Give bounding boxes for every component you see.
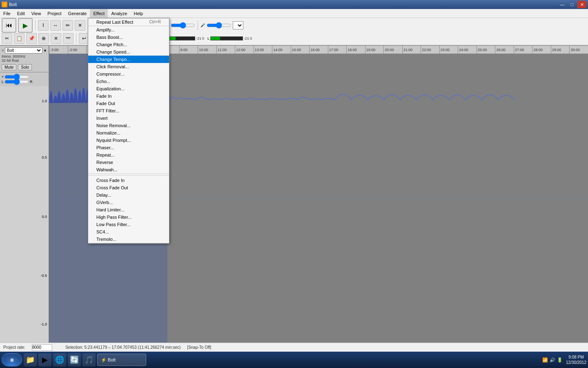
menu-edit[interactable]: Edit [14, 9, 28, 18]
divider5 [76, 34, 76, 43]
project-rate-input[interactable] [32, 344, 52, 351]
menu-change-pitch[interactable]: Change Pitch... [88, 41, 169, 48]
track-mono: Mono, 8000Hz [2, 54, 47, 58]
mark-11: 11:00 [216, 46, 235, 54]
track-header: × Bolt ▼ Mono, 8000Hz 32-bit float Mute … [0, 46, 49, 72]
menu-low-pass-filter[interactable]: Low Pass Filter... [88, 221, 169, 228]
menu-cross-fade-out[interactable]: Cross Fade Out [88, 184, 169, 191]
input-db-0: 0 [202, 36, 204, 40]
menu-repeat[interactable]: Repeat... [88, 151, 169, 159]
clock-time: 9:08 PM [566, 355, 586, 360]
tool2-2[interactable]: 📋 [14, 33, 24, 44]
mark-12: 12:00 [235, 46, 254, 54]
taskbar-app-label: ⚡ Bolt [101, 357, 116, 363]
menu-gverb[interactable]: GVerb... [88, 199, 169, 206]
tool2-trim[interactable]: ⌤ [63, 33, 74, 44]
tool-zoom[interactable]: ✕ [75, 20, 85, 31]
tray-network-icon: 📶 [542, 357, 548, 363]
start-label: ⊞ [10, 358, 13, 362]
menu-change-tempo[interactable]: Change Tempo... [88, 56, 169, 63]
speed-slider[interactable] [171, 23, 195, 28]
device-select[interactable] [233, 21, 243, 29]
taskbar-update-icon[interactable]: 🔄 [68, 353, 81, 366]
mark-25: 25:00 [477, 46, 495, 54]
menu-tremolo[interactable]: Tremolo... [88, 236, 169, 243]
input-db-l: -21 [196, 36, 201, 40]
menu-effect[interactable]: Effect [90, 9, 108, 18]
maximize-button[interactable]: □ [568, 1, 577, 8]
menu-noise-removal[interactable]: Noise Removal... [88, 122, 169, 129]
taskbar-browser-icon[interactable]: 🌐 [53, 353, 66, 366]
close-button[interactable]: ✕ [577, 1, 586, 8]
gain-slider[interactable] [4, 75, 29, 79]
menu-normalize[interactable]: Normalize... [88, 129, 169, 137]
solo-button[interactable]: Solo [18, 64, 32, 70]
menu-bass-boost[interactable]: Bass Boost... [88, 34, 169, 41]
menu-wahwah[interactable]: Wahwah... [88, 166, 169, 173]
menu-fft-filter[interactable]: FFT Filter... [88, 107, 169, 114]
menu-change-speed[interactable]: Change Speed... [88, 48, 169, 56]
pan-slider[interactable] [4, 80, 29, 83]
track-close-button[interactable]: × [2, 48, 4, 53]
transport-back[interactable]: ⏮ [2, 18, 16, 33]
track-name-select[interactable]: Bolt [5, 47, 42, 54]
menu-file[interactable]: File [0, 9, 14, 18]
menu-analyze[interactable]: Analyze [108, 9, 130, 18]
menu-amplify[interactable]: Amplify... [88, 26, 169, 34]
menu-sc4[interactable]: SC4... [88, 228, 169, 236]
menu-delay[interactable]: Delay... [88, 191, 169, 199]
tool-select[interactable]: I [38, 20, 49, 31]
menu-project[interactable]: Project [44, 9, 65, 18]
menu-repeat-last[interactable]: Repeat Last Effect Ctrl+R [88, 18, 169, 26]
y-label-2: 0.5 [42, 155, 47, 159]
divider4 [198, 20, 198, 30]
menu-view[interactable]: View [28, 9, 45, 18]
app-icon: ⚡ [2, 2, 7, 7]
start-button[interactable]: ⊞ [2, 353, 22, 366]
menu-hard-limiter[interactable]: Hard Limiter... [88, 206, 169, 213]
tool2-3[interactable]: 📌 [26, 33, 37, 44]
title-bar-left: ⚡ Bolt [2, 2, 17, 7]
track-controls: + L R [0, 72, 49, 86]
mark-21: 21:00 [402, 46, 421, 54]
status-bar: Project rate: Selection: 5:23.441179 – 1… [0, 343, 588, 352]
menu-nyquist-prompt[interactable]: Nyquist Prompt... [88, 137, 169, 144]
menu-invert[interactable]: Invert [88, 114, 169, 122]
menu-click-removal[interactable]: Click Removal... [88, 63, 169, 70]
menu-cross-fade-in[interactable]: Cross Fade In [88, 177, 169, 184]
transport-play[interactable]: ▶ [18, 18, 33, 33]
tool2-4[interactable]: ⊕ [38, 33, 49, 44]
gain-label: + [2, 75, 4, 79]
mark-10: 10:00 [198, 46, 216, 54]
menu-fade-in[interactable]: Fade In [88, 92, 169, 100]
mark-9: 9:00 [179, 46, 198, 54]
menu-echo[interactable]: Echo... [88, 78, 169, 85]
taskbar-headphones-icon[interactable]: 🎵 [82, 353, 96, 366]
track-menu-arrow[interactable]: ▼ [43, 49, 47, 53]
clock[interactable]: 9:08 PM 12/30/2012 [566, 355, 586, 365]
taskbar-explorer-icon[interactable]: 📁 [24, 353, 37, 366]
taskbar: ⊞ 📁 ▶ 🌐 🔄 🎵 ⚡ Bolt 📶 🔊 🔋 9:08 PM 12/30/2… [0, 352, 588, 368]
tool-draw[interactable]: ✏ [62, 20, 73, 31]
taskbar-media-icon[interactable]: ▶ [38, 353, 51, 366]
output-l-meter [210, 36, 243, 40]
menu-fade-out[interactable]: Fade Out [88, 100, 169, 107]
menu-high-pass-filter[interactable]: High Pass Filter... [88, 213, 169, 221]
tool2-1[interactable]: ✂ [2, 33, 12, 44]
mark-17: 17:00 [328, 46, 347, 54]
mic-slider[interactable] [207, 23, 231, 28]
menu-compressor[interactable]: Compressor... [88, 70, 169, 78]
menu-generate[interactable]: Generate [65, 9, 90, 18]
y-label-3: 0.0 [42, 215, 47, 219]
tool2-5[interactable]: ✕ [51, 33, 61, 44]
effect-menu-section-2: Amplify... Bass Boost... Change Pitch...… [88, 26, 169, 174]
tool-move[interactable]: ↔ [50, 20, 61, 31]
mute-button[interactable]: Mute [2, 64, 16, 70]
menu-reverse[interactable]: Reverse [88, 159, 169, 166]
menu-help[interactable]: Help [131, 9, 147, 18]
taskbar-app-bolt[interactable]: ⚡ Bolt [97, 354, 146, 366]
menu-equalization[interactable]: Equalization... [88, 85, 169, 92]
menu-phaser[interactable]: Phaser... [88, 144, 169, 151]
minimize-button[interactable]: — [558, 1, 567, 8]
track-info: Mono, 8000Hz 32-bit float [2, 54, 47, 63]
